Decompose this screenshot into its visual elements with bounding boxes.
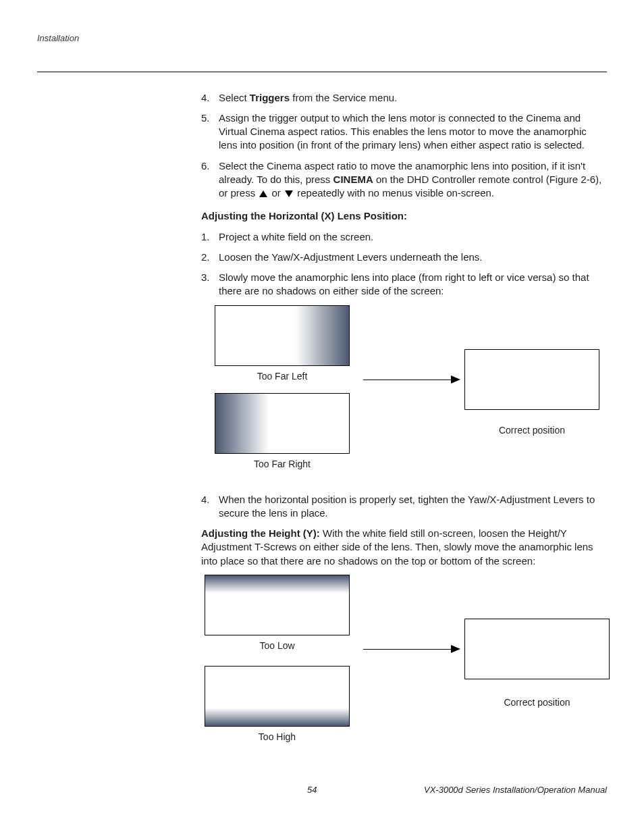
item-text: Project a white field on the screen. [219, 230, 607, 244]
arrow-line [363, 380, 454, 380]
section-name: Installation [37, 33, 79, 43]
too-low-label: Too Low [205, 640, 350, 652]
page-number: 54 [307, 784, 317, 796]
too-high-box [205, 666, 350, 727]
subheading-horizontal: Adjusting the Horizontal (X) Lens Positi… [201, 209, 607, 223]
arrow-head-icon [451, 375, 460, 384]
horizontal-adjustment-diagram: Too Far Left Too Far Right Correct posit… [201, 305, 607, 481]
up-arrow-icon [259, 190, 267, 197]
correct-position-label: Correct position [464, 696, 610, 709]
list-item: 4. When the horizontal position is prope… [201, 493, 607, 521]
item-number: 4. [201, 493, 219, 521]
list-item: 2. Loosen the Yaw/X-Adjustment Levers un… [201, 251, 607, 264]
item-text: Loosen the Yaw/X-Adjustment Levers under… [219, 251, 607, 264]
para-bold: Adjusting the Height (Y): [201, 527, 323, 539]
item-text: Select the Cinema aspect ratio to move t… [219, 159, 607, 201]
page-header: Installation [37, 32, 607, 72]
arrow-head-icon [451, 645, 460, 653]
item-number: 4. [201, 91, 219, 105]
item-number: 1. [201, 230, 219, 244]
down-arrow-icon [285, 190, 293, 197]
item-number: 3. [201, 271, 219, 298]
main-content: 4. Select Triggers from the Service menu… [201, 91, 607, 757]
item-text: When the horizontal position is properly… [219, 493, 607, 521]
too-far-right-box [215, 393, 350, 454]
instruction-list-3: 4. When the horizontal position is prope… [201, 493, 607, 521]
item-text: Select Triggers from the Service menu. [219, 91, 607, 105]
list-item: 5. Assign the trigger output to which th… [201, 111, 607, 153]
vertical-adjustment-diagram: Too Low Too High Correct position [201, 575, 607, 757]
list-item: 3. Slowly move the anamorphic lens into … [201, 271, 607, 298]
arrow-line [363, 649, 454, 650]
list-item: 1. Project a white field on the screen. [201, 230, 607, 244]
item-number: 6. [201, 159, 219, 201]
instruction-list-2: 1. Project a white field on the screen. … [201, 230, 607, 298]
page-footer: 54 VX-3000d Series Installation/Operatio… [37, 784, 607, 796]
too-far-left-label: Too Far Left [215, 370, 350, 383]
item-text: Assign the trigger output to which the l… [219, 111, 607, 153]
list-item: 6. Select the Cinema aspect ratio to mov… [201, 159, 607, 201]
too-far-right-label: Too Far Right [215, 458, 350, 471]
item-number: 5. [201, 111, 219, 153]
list-item: 4. Select Triggers from the Service menu… [201, 91, 607, 105]
correct-position-box [464, 619, 610, 679]
correct-position-label: Correct position [464, 424, 599, 437]
instruction-list-1: 4. Select Triggers from the Service menu… [201, 91, 607, 201]
item-text: Slowly move the anamorphic lens into pla… [219, 271, 607, 298]
document-title: VX-3000d Series Installation/Operation M… [424, 784, 607, 796]
item-number: 2. [201, 251, 219, 264]
too-high-label: Too High [205, 731, 350, 744]
too-low-box [205, 575, 350, 635]
height-adjustment-paragraph: Adjusting the Height (Y): With the white… [201, 527, 607, 568]
too-far-left-box [215, 305, 350, 366]
correct-position-box [464, 349, 599, 410]
